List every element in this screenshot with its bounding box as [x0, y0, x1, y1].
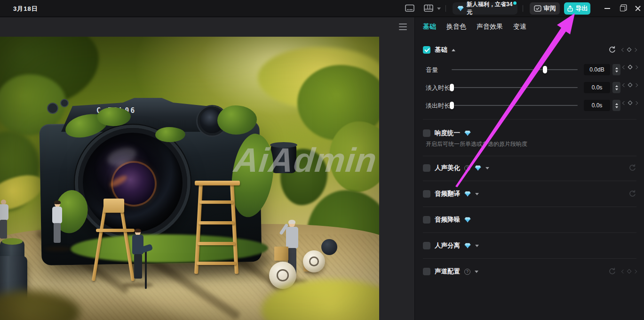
next-keyframe-icon[interactable]	[633, 269, 637, 273]
audio-denoise-label: 音频降噪	[435, 216, 460, 224]
expand-caret-icon[interactable]	[475, 245, 479, 247]
next-keyframe-icon[interactable]	[634, 83, 638, 87]
ladder-rung	[199, 221, 234, 224]
vip-diamond-icon	[457, 6, 464, 11]
titlebar-divider	[523, 5, 523, 12]
tab-sound-effects[interactable]: 声音效果	[477, 23, 503, 31]
fade-in-stepper[interactable]	[612, 82, 620, 93]
section-divider	[423, 258, 636, 259]
keyframe-control	[623, 65, 637, 69]
audio-translate-row: 音频翻译	[415, 189, 644, 199]
expand-caret-icon[interactable]	[475, 271, 478, 273]
info-icon[interactable]	[464, 165, 470, 171]
vocal-separate-checkbox[interactable]	[423, 242, 430, 249]
layout-panel-icon[interactable]	[424, 4, 433, 12]
audio-translate-label: 音频翻译	[435, 190, 460, 198]
loudness-row: 响度统一	[415, 128, 644, 138]
reset-icon[interactable]	[628, 164, 636, 172]
section-divider	[423, 207, 636, 207]
expand-caret-icon[interactable]	[475, 193, 479, 195]
vip-diamond-icon	[464, 217, 471, 223]
audio-denoise-row: 音频降噪	[415, 215, 644, 225]
prev-keyframe-icon[interactable]	[622, 83, 626, 87]
sphere-dark	[321, 239, 337, 255]
add-keyframe-icon[interactable]	[628, 83, 633, 88]
ladder-rung	[199, 200, 233, 204]
player-preview-panel: C.E3L06	[0, 17, 414, 320]
review-button[interactable]: 审阅	[530, 2, 560, 15]
tab-basic[interactable]: 基础	[423, 23, 436, 31]
volume-slider-handle[interactable]	[543, 66, 547, 73]
basic-checkbox[interactable]	[423, 46, 430, 54]
vip-diamond-icon	[464, 130, 471, 136]
fade-in-slider[interactable]	[452, 87, 578, 88]
titlebar-divider	[445, 5, 446, 12]
fade-in-row: 淡入时长 0.0s	[415, 82, 644, 93]
player-menu-icon[interactable]	[399, 24, 407, 30]
vip-diamond-icon	[464, 243, 471, 248]
export-share-icon	[567, 5, 573, 12]
loudness-checkbox[interactable]	[423, 129, 430, 137]
expand-caret-icon[interactable]	[485, 167, 489, 169]
section-divider	[423, 156, 636, 156]
add-keyframe-icon[interactable]	[627, 48, 632, 52]
audio-denoise-checkbox[interactable]	[423, 216, 430, 224]
prev-keyframe-icon[interactable]	[622, 101, 626, 104]
export-button[interactable]: 导出	[564, 2, 590, 15]
minimize-button[interactable]	[603, 4, 612, 13]
channel-config-checkbox[interactable]	[423, 268, 430, 275]
reset-icon[interactable]	[608, 267, 616, 275]
fade-out-stepper[interactable]	[612, 100, 620, 111]
vocal-separate-label: 人声分离	[435, 241, 460, 250]
audio-translate-checkbox[interactable]	[423, 190, 430, 198]
next-keyframe-icon[interactable]	[633, 48, 637, 51]
info-icon[interactable]	[464, 269, 470, 275]
fade-out-slider-handle[interactable]	[450, 102, 454, 109]
fade-out-label: 淡出时长	[426, 102, 450, 110]
easel-board	[103, 199, 124, 213]
volume-value[interactable]: 0.0dB	[584, 64, 610, 75]
subtitle-panel-icon[interactable]	[405, 4, 414, 12]
restore-button[interactable]	[618, 4, 627, 13]
prev-keyframe-icon[interactable]	[621, 269, 625, 273]
next-keyframe-icon[interactable]	[634, 65, 638, 69]
add-keyframe-icon[interactable]	[628, 65, 633, 70]
volume-slider[interactable]	[452, 69, 578, 70]
fade-in-slider-handle[interactable]	[450, 84, 454, 91]
new-user-promo-banner[interactable]: 新人福利，立省34元	[453, 2, 517, 15]
crate-box	[274, 247, 288, 261]
channel-config-row: 声道配置	[415, 266, 644, 277]
close-button[interactable]	[633, 4, 643, 13]
fade-out-value[interactable]: 0.0s	[584, 100, 610, 111]
prev-keyframe-icon[interactable]	[622, 65, 626, 69]
voice-beautify-checkbox[interactable]	[423, 164, 430, 172]
layout-dropdown-caret-icon[interactable]	[437, 8, 441, 10]
reset-icon[interactable]	[608, 46, 616, 54]
basic-section-title: 基础	[435, 46, 447, 54]
section-divider	[423, 181, 636, 181]
settings-tab-bar: 基础 换音色 声音效果 变速	[423, 17, 526, 36]
tab-speed[interactable]: 变速	[513, 23, 526, 31]
sphere	[303, 250, 325, 272]
basic-section-header: 基础	[415, 45, 644, 55]
prev-keyframe-icon[interactable]	[621, 48, 625, 51]
channel-config-label: 声道配置	[435, 267, 460, 276]
add-keyframe-icon[interactable]	[628, 101, 633, 105]
fade-in-value[interactable]: 0.0s	[584, 82, 610, 93]
volume-row: 音量 0.0dB	[415, 64, 644, 75]
next-keyframe-icon[interactable]	[634, 101, 638, 104]
vip-diamond-icon	[464, 191, 471, 197]
vip-diamond-icon	[475, 165, 481, 171]
camera-dial	[47, 103, 58, 114]
promo-text: 新人福利，立省34元	[467, 0, 517, 16]
collapse-caret-icon[interactable]	[452, 49, 455, 51]
reset-icon[interactable]	[628, 190, 636, 198]
fade-out-slider[interactable]	[452, 105, 578, 106]
volume-stepper[interactable]	[612, 64, 620, 75]
voice-beautify-label: 人声美化	[435, 164, 460, 172]
project-date-title: 3月18日	[13, 5, 38, 13]
add-keyframe-icon[interactable]	[627, 269, 632, 274]
tab-voice-change[interactable]: 换音色	[446, 23, 466, 31]
camera-lens	[78, 128, 187, 237]
barrel-lid	[2, 238, 23, 245]
